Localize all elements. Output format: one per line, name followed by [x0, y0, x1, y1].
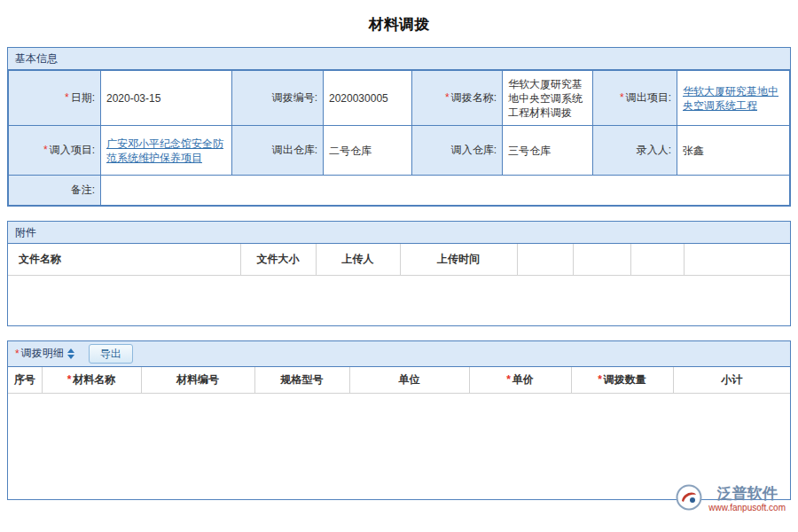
basic-info-section: 基本信息 *日期: 2020-03-15 调拨编号: 2020030005 *调… [7, 47, 791, 207]
transfer-name-label: *调拨名称: [412, 71, 503, 126]
remark-value [101, 176, 790, 206]
detail-section: *调拨明细 导出 序号 *材料名称 材料编号 规格型号 单位 *单价 *调拨数量… [7, 340, 791, 501]
transfer-no-label: 调拨编号: [232, 71, 324, 126]
out-warehouse-value: 二号仓库 [324, 126, 412, 176]
fanpu-logo-icon [675, 483, 703, 514]
out-project-value: 华软大厦研究基地中央空调系统工程 [677, 71, 790, 126]
attachments-col-uploader: 上传人 [316, 244, 400, 276]
in-project-value: 广安邓小平纪念馆安全防范系统维护保养项目 [101, 126, 232, 176]
required-marker: * [506, 373, 511, 386]
detail-empty-body [8, 393, 790, 499]
required-marker: * [445, 91, 450, 104]
attachments-col-empty [573, 244, 630, 276]
detail-section-header: *调拨明细 导出 [8, 341, 790, 367]
date-value: 2020-03-15 [101, 71, 232, 126]
out-warehouse-label: 调出仓库: [232, 126, 324, 176]
required-marker: * [43, 144, 48, 156]
entry-person-value: 张鑫 [677, 126, 790, 176]
export-button[interactable]: 导出 [89, 344, 133, 364]
in-warehouse-value: 三号仓库 [503, 126, 593, 176]
entry-person-label: 录入人: [593, 126, 677, 176]
required-marker: * [67, 373, 72, 386]
detail-col-subtotal: 小计 [673, 367, 790, 394]
detail-col-material-no: 材料编号 [141, 367, 254, 394]
required-marker: * [15, 348, 20, 360]
transfer-name-value: 华软大厦研究基地中央空调系统工程材料调拨 [503, 71, 593, 126]
in-project-link[interactable]: 广安邓小平纪念馆安全防范系统维护保养项目 [106, 137, 223, 164]
attachments-col-file-name: 文件名称 [8, 244, 240, 276]
required-marker: * [620, 91, 624, 104]
required-marker: * [598, 373, 602, 386]
detail-col-unit-price: *单价 [469, 367, 571, 394]
attachments-section-title: 附件 [8, 222, 790, 244]
remark-label: 备注: [9, 176, 101, 206]
basic-info-table: *日期: 2020-03-15 调拨编号: 2020030005 *调拨名称: … [8, 70, 790, 206]
brand-url: www.fanpusoft.com [708, 502, 786, 513]
detail-col-unit: 单位 [349, 367, 469, 394]
attachments-section: 附件 文件名称 文件大小 上传人 上传时间 [7, 221, 791, 326]
sort-icon[interactable] [67, 348, 74, 359]
detail-col-quantity: *调拨数量 [571, 367, 673, 394]
footer-brand: 泛普软件 www.fanpusoft.com [675, 483, 786, 514]
attachments-col-empty [684, 244, 790, 276]
in-warehouse-label: 调入仓库: [412, 126, 503, 176]
attachments-col-file-size: 文件大小 [240, 244, 316, 276]
detail-col-seq: 序号 [8, 367, 42, 394]
brand-name: 泛普软件 [708, 485, 786, 502]
detail-col-material-name: *材料名称 [42, 367, 141, 394]
attachments-table: 文件名称 文件大小 上传人 上传时间 [8, 244, 790, 325]
attachments-col-upload-time: 上传时间 [400, 244, 517, 276]
required-marker: * [65, 91, 69, 104]
basic-info-section-title: 基本信息 [8, 48, 790, 70]
detail-col-spec-model: 规格型号 [254, 367, 349, 394]
page-title: 材料调拨 [0, 0, 798, 47]
date-label: *日期: [9, 71, 101, 126]
detail-table: 序号 *材料名称 材料编号 规格型号 单位 *单价 *调拨数量 小计 [8, 367, 790, 500]
in-project-label: *调入项目: [9, 126, 101, 176]
out-project-label: *调出项目: [593, 71, 677, 126]
transfer-no-value: 2020030005 [324, 71, 412, 126]
attachments-col-empty [517, 244, 573, 276]
attachments-empty-body [8, 276, 790, 325]
detail-section-title: *调拨明细 [15, 346, 74, 361]
out-project-link[interactable]: 华软大厦研究基地中央空调系统工程 [683, 85, 778, 112]
attachments-col-empty [630, 244, 684, 276]
